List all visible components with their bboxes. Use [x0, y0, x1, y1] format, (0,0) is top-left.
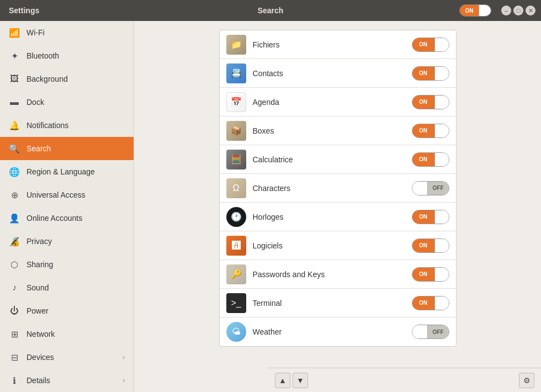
search-item-contacts: 📇ContactsON — [220, 59, 456, 88]
sidebar-item-devices[interactable]: ⊟Devices› — [0, 346, 134, 369]
sidebar: 📶Wi-Fi✦Bluetooth🖼Background▬Dock🔔Notific… — [0, 21, 134, 392]
chevron-icon: › — [123, 377, 125, 384]
logiciels-app-icon: 🅰 — [226, 236, 246, 256]
agenda-app-name: Agenda — [253, 98, 405, 107]
weather-app-name: Weather — [253, 327, 405, 336]
calculatrice-app-icon: 🧮 — [226, 150, 246, 169]
sidebar-item-network[interactable]: ⊞Network — [0, 322, 134, 346]
contacts-app-icon: 📇 — [226, 63, 246, 83]
search-icon: 🔍 — [9, 144, 20, 154]
fichiers-app-name: Fichiers — [253, 40, 405, 49]
sidebar-item-sound[interactable]: ♪Sound — [0, 276, 134, 299]
sidebar-label-sharing: Sharing — [26, 260, 53, 269]
sidebar-label-sound: Sound — [26, 283, 49, 292]
fichiers-app-icon: 📁 — [226, 35, 246, 55]
sidebar-label-universal: Universal Access — [26, 190, 86, 199]
sound-icon: ♪ — [9, 283, 20, 293]
list-settings-button[interactable]: ⚙ — [519, 373, 534, 388]
characters-app-name: Characters — [253, 184, 405, 193]
sidebar-item-power[interactable]: ⏻Power — [0, 299, 134, 322]
sidebar-label-wifi: Wi-Fi — [26, 28, 45, 37]
sidebar-item-dock[interactable]: ▬Dock — [0, 91, 134, 114]
sidebar-label-region: Region & Language — [26, 167, 95, 176]
bottom-bar: ▲ ▼ ⚙ — [268, 368, 541, 392]
sidebar-label-online: Online Accounts — [26, 214, 82, 223]
sidebar-label-devices: Devices — [26, 353, 54, 362]
boxes-toggle[interactable]: ON — [412, 124, 449, 138]
terminal-app-name: Terminal — [253, 299, 405, 308]
sidebar-item-online[interactable]: 👤Online Accounts — [0, 206, 134, 230]
devices-icon: ⊟ — [9, 352, 20, 363]
fichiers-toggle[interactable]: ON — [412, 38, 449, 52]
minimize-button[interactable]: – — [501, 6, 511, 15]
sidebar-label-notifications: Notifications — [26, 121, 68, 130]
agenda-app-icon: 📅 — [226, 92, 246, 112]
details-icon: ℹ — [9, 375, 20, 386]
sidebar-label-details: Details — [26, 376, 50, 385]
sidebar-label-background: Background — [26, 75, 68, 83]
terminal-toggle[interactable]: ON — [412, 296, 449, 310]
sidebar-item-bluetooth[interactable]: ✦Bluetooth — [0, 44, 134, 67]
app-title: Settings — [9, 6, 39, 15]
weather-toggle[interactable]: OFF — [412, 325, 449, 339]
sidebar-item-details[interactable]: ℹDetails› — [0, 369, 134, 392]
horloges-app-name: Horloges — [253, 213, 405, 221]
network-icon: ⊞ — [9, 329, 20, 340]
search-item-agenda: 📅AgendaON — [220, 88, 456, 116]
passwords-app-name: Passwords and Keys — [253, 270, 405, 279]
scroll-down-button[interactable]: ▼ — [293, 373, 308, 388]
search-item-logiciels: 🅰LogicielsON — [220, 231, 456, 260]
boxes-app-icon: 📦 — [226, 121, 246, 141]
horloges-app-icon: 🕐 — [226, 207, 246, 227]
logiciels-toggle[interactable]: ON — [412, 239, 449, 253]
passwords-toggle[interactable]: ON — [412, 267, 449, 282]
content-area: 📁FichiersON📇ContactsON📅AgendaON📦BoxesON🧮… — [134, 21, 541, 392]
search-item-weather: 🌤WeatherOFF — [220, 317, 456, 346]
sidebar-item-privacy[interactable]: 🔏Privacy — [0, 230, 134, 253]
global-toggle[interactable]: ON — [459, 4, 491, 17]
sidebar-item-background[interactable]: 🖼Background — [0, 67, 134, 91]
content-wrapper: 📁FichiersON📇ContactsON📅AgendaON📦BoxesON🧮… — [134, 21, 541, 392]
search-item-terminal: >_TerminalON — [220, 289, 456, 317]
passwords-app-icon: 🔑 — [226, 264, 246, 284]
sidebar-label-privacy: Privacy — [26, 237, 52, 246]
dock-icon: ▬ — [9, 97, 20, 107]
global-toggle-handle — [479, 5, 491, 16]
sidebar-item-sharing[interactable]: ⬡Sharing — [0, 253, 134, 276]
terminal-app-icon: >_ — [226, 293, 246, 313]
titlebar: Settings Search ON – □ ✕ — [0, 0, 541, 21]
search-item-passwords: 🔑Passwords and KeysON — [220, 260, 456, 289]
sidebar-item-universal[interactable]: ⊕Universal Access — [0, 183, 134, 206]
page-title: Search — [258, 6, 284, 15]
maximize-button[interactable]: □ — [513, 6, 523, 15]
search-item-horloges: 🕐HorlogesON — [220, 203, 456, 231]
scroll-up-button[interactable]: ▲ — [275, 373, 290, 388]
sidebar-label-network: Network — [26, 330, 55, 338]
global-toggle-switch[interactable]: ON — [459, 4, 491, 17]
search-item-characters: ΩCharactersOFF — [220, 174, 456, 203]
agenda-toggle[interactable]: ON — [412, 95, 449, 109]
sidebar-item-search[interactable]: 🔍Search — [0, 137, 134, 160]
horloges-toggle[interactable]: ON — [412, 210, 449, 224]
main-layout: 📶Wi-Fi✦Bluetooth🖼Background▬Dock🔔Notific… — [0, 21, 541, 392]
calculatrice-toggle[interactable]: ON — [412, 152, 449, 167]
background-icon: 🖼 — [9, 74, 20, 84]
characters-app-icon: Ω — [226, 178, 246, 198]
window-controls: – □ ✕ — [501, 6, 535, 15]
notifications-icon: 🔔 — [9, 120, 20, 131]
sharing-icon: ⬡ — [9, 259, 20, 270]
search-list: 📁FichiersON📇ContactsON📅AgendaON📦BoxesON🧮… — [219, 30, 457, 347]
sidebar-label-power: Power — [26, 306, 49, 315]
sidebar-item-wifi[interactable]: 📶Wi-Fi — [0, 21, 134, 44]
sidebar-item-notifications[interactable]: 🔔Notifications — [0, 114, 134, 137]
universal-icon: ⊕ — [9, 190, 20, 200]
bluetooth-icon: ✦ — [9, 51, 20, 61]
close-button[interactable]: ✕ — [526, 6, 535, 15]
characters-toggle[interactable]: OFF — [412, 181, 449, 195]
power-icon: ⏻ — [9, 306, 20, 316]
region-icon: 🌐 — [9, 167, 20, 177]
sidebar-item-region[interactable]: 🌐Region & Language — [0, 160, 134, 183]
boxes-app-name: Boxes — [253, 126, 405, 135]
privacy-icon: 🔏 — [9, 236, 20, 247]
contacts-toggle[interactable]: ON — [412, 66, 449, 81]
